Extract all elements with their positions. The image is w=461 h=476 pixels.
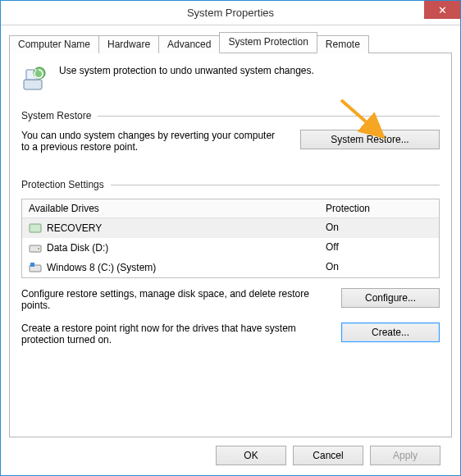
ok-button[interactable]: OK xyxy=(216,446,286,465)
intro-row: Use system protection to undo unwanted s… xyxy=(21,65,440,95)
tab-system-protection[interactable]: System Protection xyxy=(219,32,317,53)
drive-list[interactable]: Available Drives Protection RECOVERY On xyxy=(21,199,440,278)
drive-icon xyxy=(29,261,42,274)
system-restore-description: You can undo system changes by reverting… xyxy=(21,130,284,153)
svg-rect-0 xyxy=(24,80,42,89)
drive-icon xyxy=(29,241,42,254)
col-header-drives: Available Drives xyxy=(29,203,326,214)
drive-row[interactable]: Data Disk (D:) Off xyxy=(22,238,439,258)
tab-remote[interactable]: Remote xyxy=(317,35,369,53)
drive-protection: Off xyxy=(326,241,432,254)
system-protection-icon xyxy=(21,65,49,95)
create-description: Create a restore point right now for the… xyxy=(21,323,325,346)
drive-protection: On xyxy=(326,222,432,235)
drive-icon xyxy=(29,222,42,235)
tab-panel: Use system protection to undo unwanted s… xyxy=(9,53,452,437)
close-button[interactable]: ✕ xyxy=(424,1,460,19)
drive-protection: On xyxy=(326,261,432,274)
system-restore-button[interactable]: System Restore... xyxy=(300,130,440,149)
content-area: Computer Name Hardware Advanced System P… xyxy=(1,25,460,475)
tab-hardware[interactable]: Hardware xyxy=(98,35,159,53)
window-title: System Properties xyxy=(187,7,274,19)
apply-button: Apply xyxy=(370,446,440,465)
drive-name: Data Disk (D:) xyxy=(47,242,108,254)
divider xyxy=(111,185,440,185)
intro-text: Use system protection to undo unwanted s… xyxy=(59,65,314,95)
cancel-button[interactable]: Cancel xyxy=(293,446,363,465)
create-button[interactable]: Create... xyxy=(341,323,440,342)
tab-advanced[interactable]: Advanced xyxy=(158,35,220,53)
system-restore-label: System Restore xyxy=(21,110,91,121)
divider xyxy=(98,116,440,117)
drive-list-header: Available Drives Protection xyxy=(22,199,439,218)
tab-computer-name[interactable]: Computer Name xyxy=(9,35,99,53)
drive-row[interactable]: RECOVERY On xyxy=(22,218,439,238)
configure-button[interactable]: Configure... xyxy=(341,288,440,308)
drive-name: RECOVERY xyxy=(47,222,102,234)
protection-settings-label: Protection Settings xyxy=(21,179,104,190)
close-icon: ✕ xyxy=(438,4,447,16)
svg-rect-8 xyxy=(30,263,34,267)
svg-rect-4 xyxy=(30,224,41,232)
drive-row[interactable]: Windows 8 (C:) (System) On xyxy=(22,258,439,277)
svg-point-6 xyxy=(38,248,39,249)
system-restore-group: System Restore You can undo system chang… xyxy=(21,110,440,153)
drive-name: Windows 8 (C:) (System) xyxy=(47,262,156,273)
configure-description: Configure restore settings, manage disk … xyxy=(21,288,325,311)
tab-strip: Computer Name Hardware Advanced System P… xyxy=(9,32,452,53)
protection-settings-group: Protection Settings Available Drives Pro… xyxy=(21,179,440,349)
dialog-footer: OK Cancel Apply xyxy=(9,437,452,475)
titlebar: System Properties ✕ xyxy=(1,1,460,25)
system-properties-window: System Properties ✕ Computer Name Hardwa… xyxy=(0,0,461,476)
col-header-protection: Protection xyxy=(326,203,432,214)
